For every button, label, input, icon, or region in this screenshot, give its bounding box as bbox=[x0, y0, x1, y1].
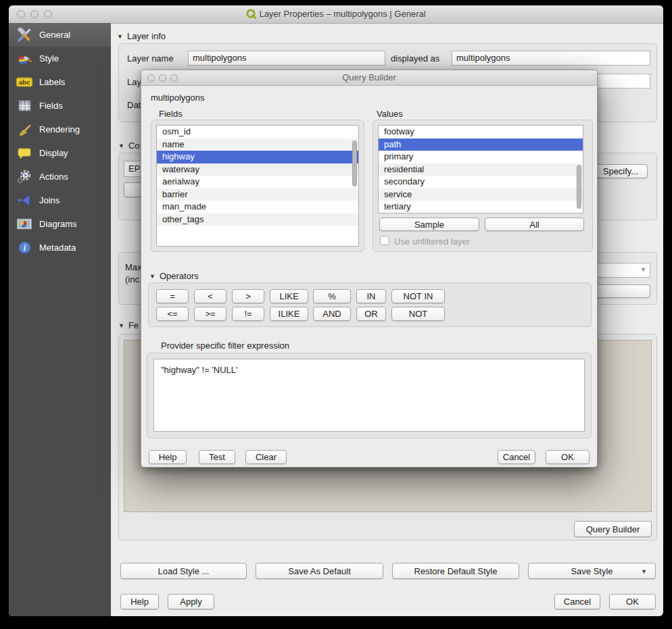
dialog-titlebar[interactable]: Query Builder bbox=[141, 70, 597, 86]
sidebar-item-label: General bbox=[39, 30, 70, 40]
save-as-default-button[interactable]: Save As Default bbox=[256, 563, 383, 579]
sidebar-item-actions[interactable]: Actions bbox=[9, 165, 111, 188]
sidebar-item-fields[interactable]: Fields bbox=[9, 94, 111, 118]
sidebar-item-labels[interactable]: abc Labels bbox=[9, 70, 111, 94]
tools-icon bbox=[16, 28, 33, 43]
window-titlebar[interactable]: Layer Properties – multipolygons | Gener… bbox=[9, 5, 663, 24]
layer-name-input[interactable]: multipolygons bbox=[188, 51, 385, 66]
operator-neq-button[interactable]: != bbox=[232, 307, 264, 321]
cancel-button[interactable]: Cancel bbox=[554, 594, 600, 609]
datasource-label: multipolygons bbox=[151, 93, 205, 103]
displayed-as-input[interactable]: multipolygons bbox=[452, 51, 650, 66]
query-builder-button[interactable]: Query Builder bbox=[574, 521, 652, 537]
value-item[interactable]: service bbox=[379, 188, 583, 201]
abc-tag-icon: abc bbox=[16, 76, 33, 88]
save-style-dropdown-button[interactable]: Save Style bbox=[528, 563, 656, 579]
operator-percent-button[interactable]: % bbox=[313, 289, 351, 303]
values-list: footway path primary residential seconda… bbox=[378, 125, 583, 213]
sidebar-item-label: Rendering bbox=[39, 124, 80, 134]
dialog-clear-button[interactable]: Clear bbox=[245, 450, 287, 464]
data-source-encoding-label: Dat bbox=[127, 100, 141, 110]
operator-in-button[interactable]: IN bbox=[356, 289, 386, 303]
values-scrollbar[interactable] bbox=[577, 165, 581, 209]
operator-gte-button[interactable]: >= bbox=[194, 307, 226, 321]
displayed-as-label: displayed as bbox=[391, 53, 439, 64]
info-circle-icon: i bbox=[16, 241, 33, 254]
operator-ilike-button[interactable]: ILIKE bbox=[270, 307, 308, 321]
load-style-button[interactable]: Load Style ... bbox=[120, 563, 247, 579]
filter-expression-label: Provider specific filter expression bbox=[161, 341, 289, 351]
dialog-test-button[interactable]: Test bbox=[199, 450, 235, 464]
qgis-logo-icon bbox=[246, 9, 256, 19]
window-title: Layer Properties – multipolygons | Gener… bbox=[9, 9, 663, 19]
field-item[interactable]: osm_id bbox=[157, 126, 358, 139]
dialog-title: Query Builder bbox=[141, 72, 597, 82]
operator-and-button[interactable]: AND bbox=[313, 307, 351, 321]
field-item[interactable]: barrier bbox=[157, 188, 358, 201]
speech-bubble-icon bbox=[16, 147, 33, 159]
sidebar-item-style[interactable]: Style bbox=[9, 47, 111, 70]
sidebar-item-display[interactable]: Display bbox=[9, 141, 111, 165]
sidebar-item-diagrams[interactable]: Diagrams bbox=[9, 212, 111, 236]
operator-not-in-button[interactable]: NOT IN bbox=[391, 289, 445, 303]
table-icon bbox=[16, 99, 33, 112]
layer-source-label: Lay bbox=[127, 77, 141, 87]
inclusive-label: (inc bbox=[125, 274, 139, 284]
all-button[interactable]: All bbox=[485, 218, 584, 231]
brush-icon bbox=[16, 123, 33, 136]
operator-gt-button[interactable]: > bbox=[232, 289, 264, 303]
value-item[interactable]: tertiary bbox=[379, 201, 583, 213]
sidebar-item-rendering[interactable]: Rendering bbox=[9, 118, 111, 141]
operator-or-button[interactable]: OR bbox=[356, 307, 386, 321]
dialog-cancel-button[interactable]: Cancel bbox=[498, 450, 535, 464]
help-button[interactable]: Help bbox=[120, 594, 159, 609]
ok-button[interactable]: OK bbox=[609, 594, 656, 609]
apply-button[interactable]: Apply bbox=[168, 594, 214, 609]
sidebar-item-general[interactable]: General bbox=[9, 23, 111, 47]
properties-sidebar: General Style abc Labels Fields Renderin… bbox=[9, 23, 111, 616]
field-item[interactable]: name bbox=[157, 139, 358, 151]
filter-expression-textarea[interactable]: "highway" != 'NULL' bbox=[153, 359, 585, 432]
field-item[interactable]: aerialway bbox=[157, 176, 358, 188]
operator-like-button[interactable]: LIKE bbox=[270, 289, 308, 303]
sidebar-item-label: Labels bbox=[39, 77, 65, 87]
dialog-ok-button[interactable]: OK bbox=[546, 450, 590, 464]
sidebar-item-metadata[interactable]: i Metadata bbox=[9, 236, 111, 259]
layer-name-label: Layer name bbox=[127, 53, 174, 64]
query-builder-dialog: Query Builder multipolygons Fields osm_i… bbox=[141, 70, 598, 468]
field-item-selected[interactable]: highway bbox=[157, 151, 358, 163]
sidebar-item-label: Fields bbox=[39, 101, 63, 111]
operator-lt-button[interactable]: < bbox=[194, 289, 226, 303]
dialog-help-button[interactable]: Help bbox=[149, 450, 187, 464]
fields-label: Fields bbox=[159, 109, 183, 119]
values-label: Values bbox=[377, 109, 403, 119]
field-item[interactable]: waterway bbox=[157, 163, 358, 176]
sidebar-item-label: Diagrams bbox=[39, 219, 77, 229]
sidebar-item-label: Joins bbox=[39, 195, 59, 205]
value-item[interactable]: residential bbox=[379, 163, 583, 176]
use-unfiltered-layer-label: Use unfiltered layer bbox=[394, 236, 470, 247]
operators-disclosure[interactable]: Operators bbox=[149, 271, 199, 281]
sample-button[interactable]: Sample bbox=[379, 218, 479, 231]
fields-scrollbar[interactable] bbox=[352, 141, 357, 186]
operator-equals-button[interactable]: = bbox=[156, 289, 189, 303]
field-item[interactable]: other_tags bbox=[157, 213, 358, 226]
join-arrow-icon bbox=[16, 194, 33, 207]
sidebar-item-joins[interactable]: Joins bbox=[9, 188, 111, 212]
operator-lte-button[interactable]: <= bbox=[156, 307, 189, 321]
value-item[interactable]: footway bbox=[379, 126, 583, 139]
specify-crs-button[interactable]: Specify... bbox=[594, 164, 648, 178]
crs-disclosure[interactable]: Co bbox=[118, 141, 140, 151]
operator-not-button[interactable]: NOT bbox=[391, 307, 445, 321]
feature-subset-disclosure[interactable]: Fe bbox=[118, 320, 139, 330]
value-item-selected[interactable]: path bbox=[379, 139, 583, 151]
layer-info-disclosure[interactable]: Layer info bbox=[117, 31, 166, 41]
paintbrush-icon bbox=[16, 52, 33, 66]
svg-text:abc: abc bbox=[19, 78, 30, 86]
sidebar-item-label: Style bbox=[39, 53, 59, 64]
use-unfiltered-layer-checkbox[interactable] bbox=[380, 236, 389, 245]
value-item[interactable]: primary bbox=[379, 151, 583, 163]
restore-default-style-button[interactable]: Restore Default Style bbox=[392, 563, 519, 579]
field-item[interactable]: man_made bbox=[157, 201, 358, 213]
value-item[interactable]: secondary bbox=[379, 176, 583, 188]
